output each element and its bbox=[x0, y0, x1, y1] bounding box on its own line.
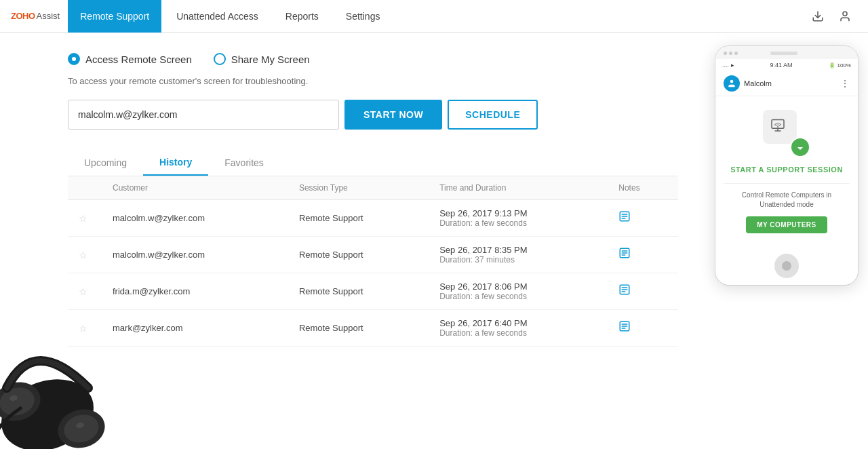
col-notes: Notes bbox=[608, 176, 678, 200]
notes-cell bbox=[608, 237, 678, 273]
col-session-type: Session Type bbox=[288, 176, 429, 200]
time-sub: Duration: 37 minutes bbox=[439, 255, 597, 265]
customer-cell: mark@zylker.com bbox=[102, 310, 288, 347]
time-cell: Sep 26, 2017 6:40 PM Duration: a few sec… bbox=[429, 310, 608, 347]
email-input[interactable] bbox=[68, 100, 339, 130]
time-main: Sep 26, 2017 8:35 PM bbox=[439, 245, 597, 255]
time-main: Sep 26, 2017 9:13 PM bbox=[439, 208, 597, 218]
battery-icon: 🔋 bbox=[829, 62, 835, 69]
notes-icon-3[interactable] bbox=[618, 321, 631, 335]
user-menu-button[interactable] bbox=[833, 4, 857, 28]
mobile-bottom-button[interactable] bbox=[774, 254, 799, 278]
radio-group: Access Remote Screen Share My Screen bbox=[68, 53, 678, 65]
time-cell: Sep 26, 2017 8:35 PM Duration: 37 minute… bbox=[429, 237, 608, 273]
favorite-star-1[interactable]: ☆ bbox=[79, 250, 87, 260]
nav-tab-remote-support[interactable]: Remote Support bbox=[68, 0, 161, 33]
mobile-user-row: Malcolm ⋮ bbox=[715, 71, 858, 96]
mobile-dot-2 bbox=[729, 52, 732, 55]
tab-favorites[interactable]: Favorites bbox=[208, 150, 280, 176]
svg-point-3 bbox=[0, 377, 45, 426]
subtitle-text: To access your remote customer's screen … bbox=[68, 76, 678, 86]
table-head: Customer Session Type Time and Duration … bbox=[68, 176, 678, 200]
favorite-star-3[interactable]: ☆ bbox=[79, 323, 87, 334]
my-computers-button[interactable]: MY COMPUTERS bbox=[746, 216, 827, 233]
table-header-row: Customer Session Type Time and Duration … bbox=[68, 176, 678, 200]
left-decor bbox=[0, 33, 54, 449]
user-icon bbox=[839, 10, 851, 22]
mobile-time: 9:41 AM bbox=[770, 62, 793, 69]
favorite-star-2[interactable]: ☆ bbox=[79, 286, 87, 297]
session-badge-icon bbox=[790, 137, 810, 157]
notes-icon-0[interactable] bbox=[618, 212, 631, 225]
schedule-button[interactable]: SCHEDULE bbox=[448, 100, 538, 130]
notes-icon-1[interactable] bbox=[618, 248, 631, 262]
time-sub: Duration: a few seconds bbox=[439, 218, 597, 228]
time-cell: Sep 26, 2017 9:13 PM Duration: a few sec… bbox=[429, 200, 608, 237]
session-type-cell: Remote Support bbox=[288, 273, 429, 310]
table-row: ☆ mark@zylker.com Remote Support Sep 26,… bbox=[68, 310, 678, 347]
mobile-dot-1 bbox=[724, 52, 727, 55]
mobile-status-icons: 🔋 100% bbox=[829, 62, 851, 69]
customer-email: malcolm.w@zylker.com bbox=[113, 250, 205, 260]
download-button[interactable] bbox=[806, 4, 830, 28]
radio-share-screen[interactable]: Share My Screen bbox=[214, 53, 310, 65]
table-row: ☆ malcolm.w@zylker.com Remote Support Se… bbox=[68, 200, 678, 237]
session-icon-area bbox=[763, 110, 810, 157]
tab-history[interactable]: History bbox=[143, 150, 208, 176]
app-logo: ZOHO Assist bbox=[11, 11, 60, 21]
svg-point-8 bbox=[9, 395, 18, 402]
star-cell: ☆ bbox=[68, 310, 102, 347]
tab-upcoming[interactable]: Upcoming bbox=[68, 150, 143, 176]
content-wrapper: Access Remote Screen Share My Screen To … bbox=[0, 33, 868, 449]
logo-brand: ZOHO bbox=[11, 11, 35, 21]
mobile-remote-text-2: Unattended mode bbox=[754, 200, 819, 210]
start-now-button[interactable]: START NOW bbox=[344, 100, 442, 130]
col-time: Time and Duration bbox=[429, 176, 608, 200]
nav-tab-reports[interactable]: Reports bbox=[273, 0, 331, 33]
session-type-cell: Remote Support bbox=[288, 200, 429, 237]
notes-cell bbox=[608, 200, 678, 237]
mobile-speaker-bar bbox=[770, 52, 797, 55]
mobile-status-bar: .... ▸ 9:41 AM 🔋 100% bbox=[715, 59, 858, 71]
right-panel: .... ▸ 9:41 AM 🔋 100% Malcolm ⋮ bbox=[705, 33, 868, 449]
customer-email: mark@zylker.com bbox=[113, 323, 183, 333]
customer-cell: malcolm.w@zylker.com bbox=[102, 237, 288, 273]
radio-access-remote[interactable]: Access Remote Screen bbox=[68, 53, 192, 65]
sessions-table: Customer Session Type Time and Duration … bbox=[68, 176, 678, 347]
radio-circle-selected bbox=[68, 53, 80, 65]
notes-icon-2[interactable] bbox=[618, 285, 631, 298]
mobile-remote-text-1: Control Remote Computers in bbox=[736, 191, 837, 200]
download-icon bbox=[812, 10, 824, 22]
center-content: Access Remote Screen Share My Screen To … bbox=[54, 33, 705, 449]
mobile-divider bbox=[724, 183, 850, 184]
home-button-circle bbox=[782, 261, 791, 271]
star-cell: ☆ bbox=[68, 200, 102, 237]
notes-cell bbox=[608, 310, 678, 347]
nav-tab-unattended-access[interactable]: Unattended Access bbox=[164, 0, 271, 33]
session-tabs: Upcoming History Favorites bbox=[68, 150, 678, 176]
radio-circle-unselected bbox=[214, 53, 226, 65]
session-main-icon bbox=[763, 110, 797, 144]
customer-cell: frida.m@zylker.com bbox=[102, 273, 288, 310]
mobile-start-session-button[interactable]: START A SUPPORT SESSION bbox=[730, 165, 843, 174]
user-avatar-icon bbox=[727, 79, 736, 88]
mobile-avatar bbox=[724, 75, 740, 92]
nav-tab-settings[interactable]: Settings bbox=[334, 0, 393, 33]
session-type-cell: Remote Support bbox=[288, 310, 429, 347]
main-content: Access Remote Screen Share My Screen To … bbox=[0, 33, 868, 449]
star-cell: ☆ bbox=[68, 237, 102, 273]
table-body: ☆ malcolm.w@zylker.com Remote Support Se… bbox=[68, 200, 678, 347]
time-cell: Sep 26, 2017 8:06 PM Duration: a few sec… bbox=[429, 273, 608, 310]
table-row: ☆ malcolm.w@zylker.com Remote Support Se… bbox=[68, 237, 678, 273]
favorite-star-0[interactable]: ☆ bbox=[79, 213, 87, 224]
time-main: Sep 26, 2017 6:40 PM bbox=[439, 318, 597, 328]
svg-point-30 bbox=[777, 126, 778, 128]
battery-percent: 100% bbox=[837, 62, 851, 69]
play-icon bbox=[795, 142, 805, 152]
input-row: START NOW SCHEDULE bbox=[68, 100, 678, 130]
customer-cell: malcolm.w@zylker.com bbox=[102, 200, 288, 237]
mobile-session-area: START A SUPPORT SESSION Control Remote C… bbox=[715, 96, 858, 247]
mobile-kebab-menu[interactable]: ⋮ bbox=[840, 78, 850, 89]
mobile-carrier: .... ▸ bbox=[722, 62, 734, 69]
svg-point-1 bbox=[843, 12, 847, 16]
